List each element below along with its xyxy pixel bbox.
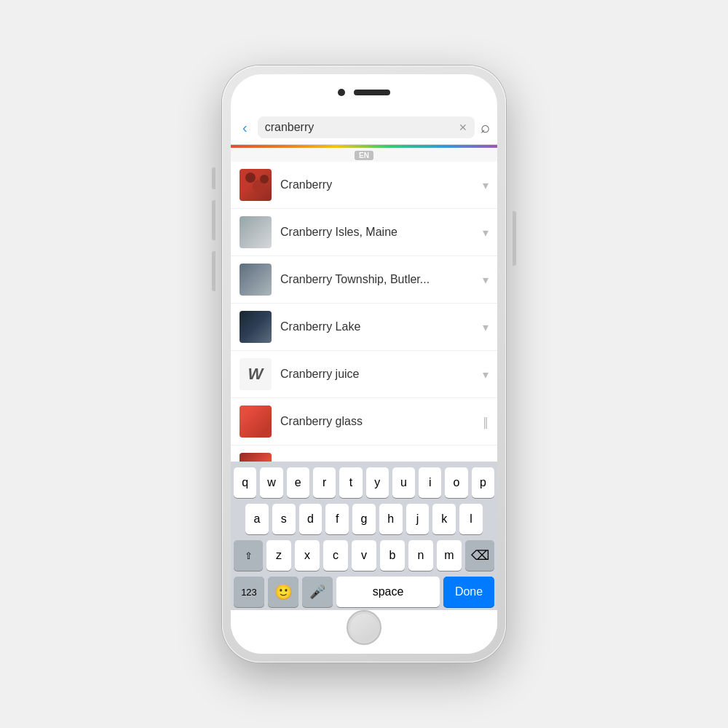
space-key[interactable]: space [336, 577, 440, 607]
key-z[interactable]: z [266, 540, 291, 571]
location-icon-cranberry: ▾ [483, 178, 488, 192]
delete-key[interactable]: ⌫ [465, 540, 494, 571]
shift-key[interactable]: ⇧ [234, 540, 263, 571]
result-item-cranberry-glass[interactable]: Cranberry glass ‖ [231, 398, 497, 446]
phone-frame: ‹ ✕ ⌕ EN [222, 66, 506, 662]
key-y[interactable]: y [366, 467, 389, 498]
key-t[interactable]: t [339, 467, 362, 498]
keyboard-row-3: ⇧ z x c v b n m ⌫ [234, 540, 494, 571]
location-icon-cranberry-lake: ▾ [483, 320, 488, 334]
result-item-cranberry-lake[interactable]: Cranberry Lake ▾ [231, 304, 497, 351]
search-input[interactable] [265, 121, 454, 134]
result-label-cranberry-isles: Cranberry Isles, Maine [280, 226, 474, 239]
key-l[interactable]: l [459, 504, 483, 534]
clear-button[interactable]: ✕ [459, 122, 467, 133]
home-button[interactable] [347, 610, 381, 645]
key-p[interactable]: p [472, 467, 494, 498]
phone-screen: ‹ ✕ ⌕ EN [231, 74, 497, 654]
key-o[interactable]: o [445, 467, 467, 498]
result-item-cranberry-juice[interactable]: W Cranberry juice ▾ [231, 351, 497, 398]
result-item-cranberry[interactable]: Cranberry ▾ [231, 162, 497, 209]
result-label-cranberry-township: Cranberry Township, Butler... [280, 273, 474, 286]
key-q[interactable]: q [234, 467, 256, 498]
key-w[interactable]: w [260, 467, 282, 498]
result-thumb-cranberry [240, 169, 272, 201]
thumb-visual [240, 169, 272, 201]
key-k[interactable]: k [432, 504, 456, 534]
emoji-key[interactable]: 🙂 [268, 577, 298, 607]
mute-button[interactable] [212, 167, 215, 189]
power-button[interactable] [513, 211, 516, 266]
result-thumb-cranberry-juice: W [240, 358, 272, 390]
search-bar: ‹ ✕ ⌕ [231, 111, 497, 145]
volume-up-button[interactable] [212, 200, 215, 240]
result-label-cranberry-lake: Cranberry Lake [280, 320, 474, 333]
key-m[interactable]: m [437, 540, 462, 571]
key-b[interactable]: b [380, 540, 405, 571]
result-label-cranberry: Cranberry [280, 178, 474, 191]
result-item-cranberry-township[interactable]: Cranberry Township, Butler... ▾ [231, 256, 497, 304]
done-key[interactable]: Done [443, 577, 494, 607]
result-thumb-cranberry-isles [240, 216, 272, 248]
result-thumb-cranberry-glass [240, 405, 272, 438]
key-u[interactable]: u [392, 467, 415, 498]
key-s[interactable]: s [272, 504, 296, 534]
key-r[interactable]: r [313, 467, 336, 498]
wiki-w-icon: W [248, 365, 264, 384]
app-screen: ‹ ✕ ⌕ EN [231, 111, 497, 610]
keyboard: q w e r t y u i o p a s d f g [231, 462, 497, 610]
result-item-cranberry-isles[interactable]: Cranberry Isles, Maine ▾ [231, 209, 497, 256]
key-h[interactable]: h [379, 504, 403, 534]
back-button[interactable]: ‹ [238, 118, 252, 138]
search-submit-button[interactable]: ⌕ [480, 118, 490, 137]
key-j[interactable]: j [406, 504, 430, 534]
result-label-cranberry-glass: Cranberry glass [280, 415, 474, 428]
keyboard-row-2: a s d f g h j k l [234, 504, 494, 534]
numbers-key[interactable]: 123 [234, 577, 264, 607]
location-icon-cranberry-juice: ▾ [483, 368, 488, 381]
location-icon-cranberry-isles: ▾ [483, 226, 488, 240]
result-thumb-cranberry-lake [240, 311, 272, 343]
result-label-cranberry-juice: Cranberry juice [280, 368, 474, 381]
phone-top-bar [231, 74, 497, 111]
mic-key[interactable]: 🎤 [302, 577, 333, 607]
key-g[interactable]: g [352, 504, 376, 534]
key-i[interactable]: i [419, 467, 441, 498]
key-f[interactable]: f [325, 504, 349, 534]
doc-icon-cranberry-glass: ‖ [483, 415, 488, 429]
volume-down-button[interactable] [212, 251, 215, 291]
key-a[interactable]: a [245, 504, 269, 534]
home-area [231, 610, 497, 654]
language-badge: EN [355, 151, 373, 160]
keyboard-bottom-row: 123 🙂 🎤 space Done [234, 577, 494, 607]
keyboard-row-1: q w e r t y u i o p [234, 467, 494, 498]
key-d[interactable]: d [299, 504, 323, 534]
key-v[interactable]: v [352, 540, 376, 571]
key-e[interactable]: e [287, 467, 309, 498]
result-thumb-cranberry-township [240, 264, 272, 296]
search-input-wrapper: ✕ [258, 116, 475, 138]
speaker-grille [354, 90, 390, 95]
location-icon-cranberry-township: ▾ [483, 273, 488, 287]
key-n[interactable]: n [408, 540, 433, 571]
language-badge-row: EN [231, 148, 497, 162]
key-c[interactable]: c [323, 540, 348, 571]
key-x[interactable]: x [295, 540, 320, 571]
camera-lens [338, 89, 345, 96]
